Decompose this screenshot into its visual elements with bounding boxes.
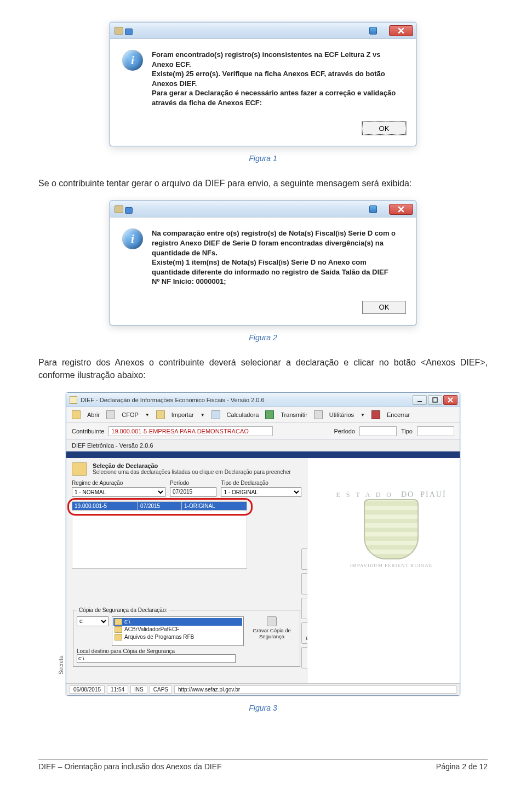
info-icon: i bbox=[122, 50, 143, 71]
grid-cell-inscricao[interactable]: 19.000.001-5 bbox=[72, 501, 138, 510]
dest-label: Local destino para Cópia de Sergurança bbox=[77, 648, 296, 654]
dialog-divergencia-nf: i Na comparação entre o(s) registro(s) d… bbox=[110, 201, 416, 325]
tipo-label: Tipo bbox=[401, 428, 413, 434]
close-button[interactable] bbox=[443, 395, 458, 405]
figure-caption-3: Figura 3 bbox=[38, 704, 488, 712]
toolbar-calculadora[interactable]: Calculadora bbox=[227, 411, 259, 418]
toolbar-importar[interactable]: Importar bbox=[171, 411, 194, 418]
shield-icon bbox=[364, 499, 419, 559]
folder-list[interactable]: c:\ ACBrValidadorPafECF Arquivos de Prog… bbox=[112, 616, 244, 646]
figure-caption-1: Figura 1 bbox=[38, 154, 488, 163]
selection-title: Seleção de Declaração bbox=[93, 462, 291, 469]
dialog-ecf-inconsistentes: i Foram encontrado(s) registro(s) incons… bbox=[110, 22, 416, 146]
periodo-filter-input[interactable]: 07/2015 bbox=[170, 487, 216, 497]
dialog-message: Na comparação entre o(s) registro(s) de … bbox=[152, 228, 404, 286]
grid-empty-area bbox=[72, 511, 247, 569]
toolbar-cfop[interactable]: CFOP bbox=[122, 411, 139, 418]
dialog-line: Foram encontrado(s) registro(s) inconsis… bbox=[152, 50, 404, 69]
ok-button[interactable]: OK bbox=[362, 301, 406, 314]
dialog-line: Para gerar a Declaração é necessário ant… bbox=[152, 88, 404, 107]
body-paragraph-2: Para registro dos Anexos o contribuinte … bbox=[38, 356, 488, 381]
status-caps: CAPS bbox=[150, 685, 172, 694]
status-url: http://www.sefaz.pi.gov.br bbox=[174, 685, 456, 694]
dialog-line: Nº NF Inicio: 0000001; bbox=[152, 277, 404, 287]
gravar-copia-button[interactable]: Gravar Cópia de Segurança bbox=[247, 627, 296, 639]
close-button[interactable] bbox=[389, 25, 413, 36]
app-icon bbox=[369, 27, 377, 35]
copia-seguranca-fieldset: Cópia de Segurança da Declaração: c: c:\… bbox=[73, 607, 300, 667]
subheader: DIEF Eletrônica - Versão 2.0.6 bbox=[66, 440, 460, 451]
dialog-titlebar bbox=[110, 201, 416, 218]
dief-app-window: DIEF - Declaração de Informações Economi… bbox=[66, 392, 460, 696]
folder-icon bbox=[115, 626, 122, 633]
body-paragraph-1: Se o contribuinte tentar gerar o arquivo… bbox=[38, 177, 488, 190]
periodo-filter-label: Período bbox=[170, 480, 216, 486]
figure-caption-2: Figura 2 bbox=[38, 333, 488, 342]
status-date: 06/08/2015 bbox=[70, 685, 105, 694]
tipo-select[interactable]: 1 - ORIGINAL bbox=[221, 487, 301, 497]
periodo-label: Período bbox=[334, 428, 355, 434]
ok-button[interactable]: OK bbox=[362, 122, 406, 135]
close-button[interactable] bbox=[389, 204, 413, 215]
dropdown-icon[interactable]: ▼ bbox=[201, 413, 205, 418]
folder-icon bbox=[115, 634, 122, 641]
dropdown-icon[interactable]: ▼ bbox=[361, 413, 365, 418]
folder-icon bbox=[115, 619, 122, 625]
copia-legend: Cópia de Segurança da Declaração: bbox=[77, 607, 169, 613]
grid-cell-tipo[interactable]: 1-ORIGINAL bbox=[182, 501, 247, 510]
open-icon bbox=[72, 410, 81, 419]
state-seal-watermark: E S T A D O DO PIAUÍ IMPAVIDUM FERIENT R… bbox=[328, 469, 454, 590]
toolbar-utilitarios[interactable]: Utilitários bbox=[329, 411, 354, 418]
folder-item: ACBrValidadorPafECF bbox=[113, 626, 242, 633]
book-icon bbox=[156, 410, 165, 419]
status-ins: INS bbox=[130, 685, 147, 694]
folder-item-root: c:\ bbox=[113, 618, 242, 626]
dialog-titlebar bbox=[110, 22, 416, 39]
transmit-icon bbox=[265, 410, 274, 419]
save-icon bbox=[267, 616, 277, 626]
contribuinte-label: Contribuinte bbox=[72, 428, 104, 434]
toolbar-transmitir[interactable]: Transmitir bbox=[281, 411, 307, 418]
app-toolbar: Abrir CFOP ▼ Importar ▼ Calculadora Tran… bbox=[66, 407, 460, 423]
dialog-line: Existe(m) 25 erro(s). Verifique na ficha… bbox=[152, 69, 404, 88]
app-titlebar: DIEF - Declaração de Informações Economi… bbox=[66, 393, 460, 407]
footer-right: Página 2 de 12 bbox=[436, 762, 488, 771]
declarations-grid[interactable]: InscriçãoPeríodoTipo Declaração 19.000.0… bbox=[72, 501, 247, 511]
page-footer: DIEF – Orientação para inclusão dos Anex… bbox=[38, 759, 488, 771]
side-tab-text: Secreta bbox=[58, 655, 64, 674]
document-icon bbox=[70, 396, 77, 404]
folder-icon bbox=[115, 205, 123, 213]
selection-subtitle: Selecione uma das declarações listadas o… bbox=[93, 469, 291, 475]
grid-cell-periodo[interactable]: 07/2015 bbox=[138, 501, 182, 510]
tipo-filter-label: Tipo de Declaração bbox=[221, 480, 301, 486]
button-label: Gravar Cópia de Segurança bbox=[247, 627, 296, 639]
info-icon: i bbox=[122, 228, 143, 249]
status-bar: 06/08/2015 11:54 INS CAPS http://www.sef… bbox=[66, 683, 460, 695]
drive-select[interactable]: c: bbox=[77, 616, 108, 626]
svg-rect-0 bbox=[433, 398, 437, 402]
folder-open-icon bbox=[72, 462, 87, 476]
toolbar-encerrar[interactable]: Encerrar bbox=[387, 411, 410, 418]
regime-label: Regime de Apuração bbox=[72, 480, 165, 486]
contribuinte-row: Contribuinte Período Tipo bbox=[66, 423, 460, 440]
regime-select[interactable]: 1 - NORMAL bbox=[72, 487, 165, 497]
status-time: 11:54 bbox=[107, 685, 128, 694]
folder-icon bbox=[115, 27, 123, 35]
periodo-input[interactable] bbox=[359, 426, 397, 436]
minimize-button[interactable] bbox=[413, 395, 427, 405]
dropdown-icon[interactable]: ▼ bbox=[145, 413, 150, 418]
dialog-message: Foram encontrado(s) registro(s) inconsis… bbox=[152, 50, 404, 107]
blue-band bbox=[66, 451, 460, 458]
footer-left: DIEF – Orientação para inclusão dos Anex… bbox=[38, 762, 222, 771]
contribuinte-input[interactable] bbox=[108, 426, 273, 436]
print-icon[interactable] bbox=[106, 410, 115, 419]
dialog-line: Existe(m) 1 item(ns) de Nota(s) Fiscal(i… bbox=[152, 258, 404, 277]
folder-item: Arquivos de Programas RFB bbox=[113, 633, 242, 641]
dest-input[interactable] bbox=[77, 654, 236, 663]
exit-icon bbox=[371, 410, 380, 419]
maximize-button[interactable] bbox=[428, 395, 442, 405]
tipo-input[interactable] bbox=[417, 426, 454, 436]
util-icon bbox=[314, 410, 323, 419]
toolbar-abrir[interactable]: Abrir bbox=[87, 411, 100, 418]
app-icon bbox=[369, 205, 377, 213]
